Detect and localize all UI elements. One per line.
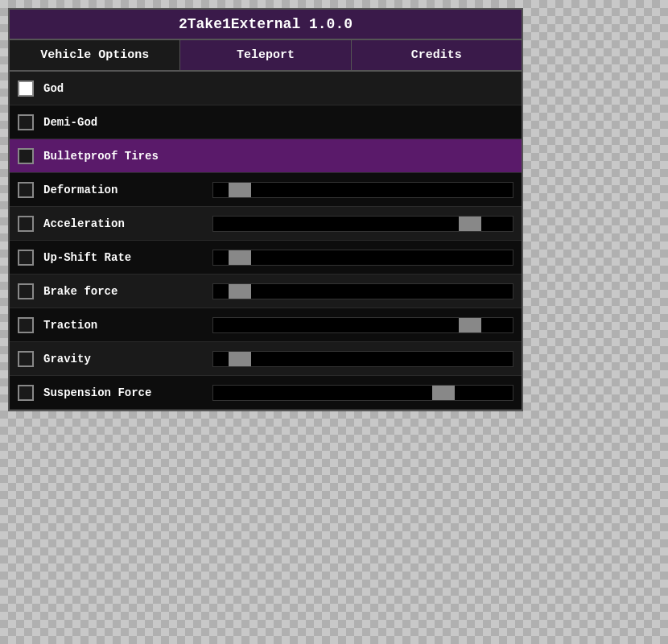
label-traction: Traction [43,319,204,332]
menu-items-list: God Demi-God Bulletproof Tires Deformati… [10,72,522,410]
checkbox-traction[interactable] [18,317,34,333]
slider-thumb-acceleration [459,217,481,231]
label-demi-god: Demi-God [43,116,204,129]
slider-thumb-traction [459,318,481,332]
tab-bar: Vehicle Options Teleport Credits [10,40,522,72]
label-bulletproof-tires: Bulletproof Tires [43,150,204,163]
label-gravity: Gravity [43,353,204,365]
slider-up-shift-rate[interactable] [212,250,513,266]
tab-vehicle-options[interactable]: Vehicle Options [10,40,180,70]
label-god: God [43,82,204,95]
slider-gravity[interactable] [212,351,513,367]
menu-item-brake-force[interactable]: Brake force [10,275,522,308]
slider-thumb-deformation [229,183,251,197]
checkbox-gravity[interactable] [18,351,34,367]
menu-item-demi-god[interactable]: Demi-God [10,105,522,139]
menu-item-up-shift-rate[interactable]: Up-Shift Rate [10,241,522,275]
slider-thumb-up-shift-rate [229,250,251,265]
tab-credits[interactable]: Credits [352,40,522,70]
slider-thumb-suspension-force [432,386,455,400]
menu-item-bulletproof-tires[interactable]: Bulletproof Tires [10,139,522,173]
tab-teleport[interactable]: Teleport [180,40,351,70]
checkbox-bulletproof-tires[interactable] [18,148,34,164]
checkbox-demi-god[interactable] [18,114,34,130]
menu-item-acceleration[interactable]: Acceleration [10,207,522,241]
menu-item-traction[interactable]: Traction [10,308,522,342]
menu-item-god[interactable]: God [10,72,522,105]
checkbox-suspension-force[interactable] [18,385,34,401]
slider-traction[interactable] [212,317,513,333]
label-deformation: Deformation [43,184,204,196]
slider-thumb-gravity [229,352,251,366]
menu-container: 2Take1External 1.0.0 Vehicle Options Tel… [8,8,523,411]
checkbox-brake-force[interactable] [18,283,34,299]
checkbox-deformation[interactable] [18,182,34,198]
label-suspension-force: Suspension Force [43,386,204,399]
menu-item-gravity[interactable]: Gravity [10,342,522,376]
slider-deformation[interactable] [212,182,513,198]
label-acceleration: Acceleration [43,217,204,230]
menu-item-deformation[interactable]: Deformation [10,173,522,207]
slider-brake-force[interactable] [212,283,513,299]
menu-item-suspension-force[interactable]: Suspension Force [10,376,522,410]
label-brake-force: Brake force [43,285,204,298]
slider-thumb-brake-force [229,284,251,299]
window-title: 2Take1External 1.0.0 [179,16,353,32]
checkbox-god[interactable] [18,80,34,97]
slider-suspension-force[interactable] [212,385,513,401]
label-up-shift-rate: Up-Shift Rate [43,251,204,264]
checkbox-acceleration[interactable] [18,216,34,232]
slider-acceleration[interactable] [212,216,513,232]
checkbox-up-shift-rate[interactable] [18,250,34,266]
title-bar: 2Take1External 1.0.0 [10,10,522,40]
